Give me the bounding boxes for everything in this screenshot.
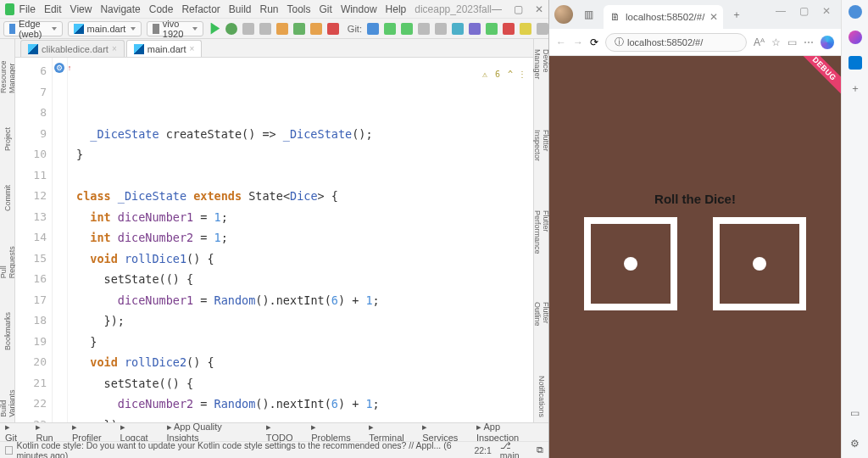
vcs-push-button[interactable] <box>401 23 413 35</box>
read-aloud-icon[interactable]: Aᴬ <box>754 36 765 48</box>
maximize-icon[interactable]: ▢ <box>514 3 523 15</box>
browser-window: ▥ 🗎 localhost:58502/#/ ✕ ＋ — ▢ ✕ ← → ⟳ ⓘ… <box>549 0 841 458</box>
file-tab-label: main.dart <box>147 44 186 54</box>
tab-actions-icon[interactable]: ▥ <box>578 4 598 25</box>
vcs-rollback-button[interactable] <box>435 23 447 35</box>
tab-close-icon[interactable]: × <box>112 44 117 53</box>
tool-bookmarks[interactable]: Bookmarks <box>3 307 13 355</box>
profile-avatar-icon[interactable] <box>554 5 573 24</box>
tool-notifications[interactable]: Notifications <box>537 371 547 422</box>
outlook-icon[interactable] <box>849 56 862 70</box>
run-button[interactable] <box>209 23 220 35</box>
ide-icon-4[interactable] <box>503 23 515 35</box>
right-tool-strip[interactable]: Device ManagerFlutter InspectorFlutter P… <box>533 39 548 422</box>
tool-commit[interactable]: Commit <box>3 180 13 216</box>
run-config-file[interactable]: main.dart <box>68 21 142 36</box>
editor-file-tabs[interactable]: clikabledice.dart×main.dart× <box>15 39 533 58</box>
restart-button[interactable] <box>310 23 322 35</box>
tool-pull-requests[interactable]: Pull Requests <box>0 240 17 283</box>
browser-window-controls[interactable]: — ▢ ✕ <box>776 0 836 17</box>
address-bar[interactable]: ⓘ localhost:58502/#/ <box>605 33 747 52</box>
run-config-target[interactable]: Edge (web) <box>3 21 63 36</box>
menu-help[interactable]: Help <box>386 3 407 15</box>
bottom-tool-strip[interactable]: ▸ Git▸ Run▸ Profiler▸ Logcat▸ App Qualit… <box>0 422 548 441</box>
status-icon[interactable] <box>5 446 13 455</box>
tab-close-icon[interactable]: × <box>190 44 195 53</box>
minimize-icon[interactable]: — <box>776 5 786 17</box>
sidebar-add-icon[interactable]: ＋ <box>850 81 860 96</box>
vcs-history-button[interactable] <box>418 23 430 35</box>
status-extra-icon[interactable]: ⧉ <box>537 444 543 455</box>
tool-flutter-outline[interactable]: Flutter Outline <box>532 297 551 353</box>
menu-refactor[interactable]: Refactor <box>181 3 220 15</box>
refresh-button[interactable]: ⟳ <box>590 36 598 48</box>
tab-close-icon[interactable]: ✕ <box>709 11 718 23</box>
close-icon[interactable]: ✕ <box>822 5 831 17</box>
copilot-icon[interactable] <box>821 36 834 49</box>
git-branch[interactable]: ⎇ main <box>500 440 528 459</box>
profile-button[interactable] <box>259 23 271 35</box>
vcs-update-button[interactable] <box>367 23 379 35</box>
tool-device-manager[interactable]: Device Manager <box>532 44 551 108</box>
file-tab[interactable]: clikabledice.dart× <box>20 40 125 57</box>
search-icon[interactable] <box>849 5 862 19</box>
ide-icon-3[interactable] <box>486 23 498 35</box>
menu-build[interactable]: Build <box>229 3 252 15</box>
stop-button[interactable] <box>327 23 339 35</box>
tool-flutter-performance[interactable]: Flutter Performance <box>532 205 551 281</box>
ide-icon-1[interactable] <box>452 23 464 35</box>
search-icon[interactable] <box>537 23 548 35</box>
code-text[interactable]: ⚠ 6 ^ ⋮ _DiceState createState() => _Dic… <box>68 58 533 422</box>
tool-build-variants[interactable]: Build Variants <box>0 379 17 422</box>
menu-run[interactable]: Run <box>260 3 279 15</box>
menu-edit[interactable]: Edit <box>44 3 62 15</box>
sidebar-settings-icon[interactable]: ⚙ <box>850 438 860 450</box>
menu-file[interactable]: File <box>19 3 36 15</box>
dice-1[interactable] <box>584 217 677 310</box>
tool-resource-manager[interactable]: Resource Manager <box>0 42 17 98</box>
inspection-warning-badge[interactable]: ⚠ 6 ^ ⋮ <box>482 64 526 86</box>
menu-window[interactable]: Window <box>341 3 377 15</box>
menu-icon[interactable]: ⋯ <box>804 36 814 48</box>
gutter-line-numbers: 67891011121314151617181920212223 <box>15 58 53 422</box>
favorite-icon[interactable]: ☆ <box>771 36 781 48</box>
tool-project[interactable]: Project <box>3 122 13 156</box>
attach-button[interactable] <box>293 23 305 35</box>
forward-button[interactable]: → <box>573 36 583 48</box>
copilot-sidebar-icon[interactable] <box>849 31 862 44</box>
toolbar-right-actions <box>452 23 565 35</box>
close-icon[interactable]: ✕ <box>535 3 543 15</box>
new-tab-button[interactable]: ＋ <box>726 4 747 25</box>
code-editor[interactable]: 67891011121314151617181920212223 ⚙↑ ⚠ 6 … <box>15 58 533 422</box>
file-tab[interactable]: main.dart× <box>126 40 203 57</box>
tool-flutter-inspector[interactable]: Flutter Inspector <box>532 125 551 188</box>
coverage-button[interactable] <box>242 23 254 35</box>
sidebar-collapse-icon[interactable]: ▭ <box>850 407 860 419</box>
debug-button[interactable] <box>225 23 237 35</box>
gutter-override-icon[interactable]: ⚙ <box>54 63 64 73</box>
left-tool-strip[interactable]: Resource ManagerProjectCommitPull Reques… <box>0 39 15 422</box>
ide-menu-bar[interactable]: FileEditViewNavigateCodeRefactorBuildRun… <box>19 3 407 15</box>
menu-view[interactable]: View <box>70 3 92 15</box>
menu-tools[interactable]: Tools <box>287 3 311 15</box>
ide-icon-2[interactable] <box>469 23 481 35</box>
site-info-icon[interactable]: ⓘ <box>615 36 624 48</box>
browser-tab-strip: ▥ 🗎 localhost:58502/#/ ✕ ＋ — ▢ ✕ <box>549 0 841 29</box>
device-picker[interactable]: vivo 1920 <box>147 21 203 36</box>
edge-sidebar[interactable]: ＋ ▭ ⚙ <box>841 0 868 458</box>
ide-icon-5[interactable] <box>520 23 531 35</box>
ide-window-controls[interactable]: — ▢ ✕ <box>492 3 543 15</box>
vcs-commit-button[interactable] <box>384 23 396 35</box>
minimize-icon[interactable]: — <box>492 3 502 15</box>
menu-navigate[interactable]: Navigate <box>100 3 140 15</box>
hot-reload-button[interactable] <box>276 23 288 35</box>
back-button[interactable]: ← <box>556 36 566 48</box>
menu-code[interactable]: Code <box>149 3 174 15</box>
menu-git[interactable]: Git <box>320 3 332 15</box>
collections-icon[interactable]: ▭ <box>787 36 797 48</box>
dice-2[interactable] <box>713 217 806 310</box>
gutter-icons[interactable]: ⚙↑ <box>53 58 68 422</box>
caret-position[interactable]: 22:1 <box>474 445 491 455</box>
maximize-icon[interactable]: ▢ <box>799 5 809 17</box>
browser-tab[interactable]: 🗎 localhost:58502/#/ ✕ <box>604 5 723 29</box>
